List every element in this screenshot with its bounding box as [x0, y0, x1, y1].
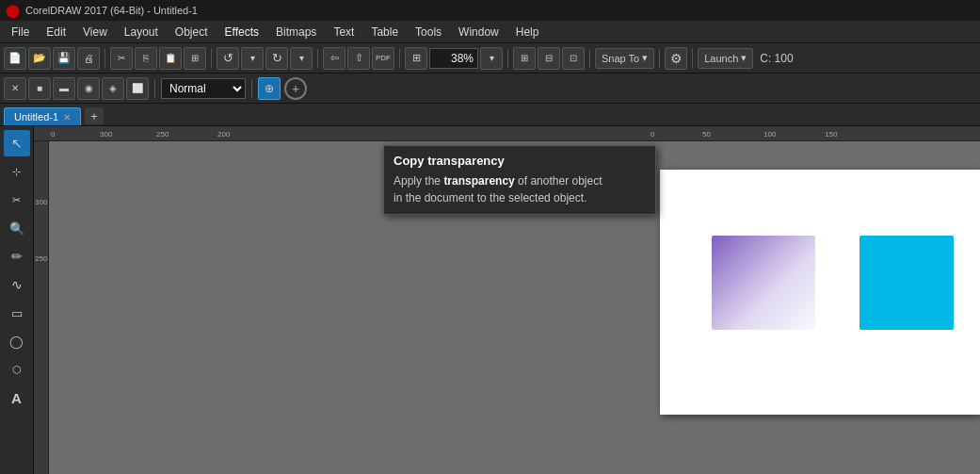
paste-button[interactable]: 📋	[159, 47, 182, 70]
no-trans-button[interactable]: ✕	[4, 77, 26, 100]
canvas-area: 0 300 250 200 0 50 100 150 300 250	[34, 126, 980, 474]
polygon-tool[interactable]: ⬡	[4, 356, 30, 383]
ruler-tick-50: 50	[702, 130, 711, 139]
redo-button[interactable]: ↻	[265, 47, 288, 70]
sep5	[507, 49, 508, 68]
menu-window[interactable]: Window	[451, 24, 506, 41]
tooltip-body: Apply the transparency of another object…	[394, 172, 646, 206]
node-tool[interactable]: ⊹	[4, 158, 30, 185]
ruler-tick-100: 100	[763, 130, 776, 139]
left-tool-panel: ↖ ⊹ ✂ 🔍 ✏ ∿ ▭ ◯ ⬡ A	[0, 126, 34, 474]
ruler-tick-150: 150	[825, 130, 837, 139]
toolbar1: 📄 📂 💾 🖨 ✂ ⎘ 📋 ⊞ ↺ ▾ ↻ ▾ ⇦ ⇧ PDF ⊞ 38% ▾ …	[0, 43, 980, 74]
snap-arrow: ▾	[642, 52, 648, 64]
main-area: ↖ ⊹ ✂ 🔍 ✏ ∿ ▭ ◯ ⬡ A 0 300 250 200 0 50 1…	[0, 126, 980, 474]
import-button[interactable]: ⇦	[323, 47, 345, 70]
menu-help[interactable]: Help	[508, 24, 547, 41]
tooltip-body-bold: transparency	[443, 174, 514, 188]
sep1	[104, 49, 105, 68]
menu-effects[interactable]: Effects	[217, 24, 266, 41]
canvas-content[interactable]: Copy transparency Apply the transparency…	[49, 141, 980, 474]
undo-button[interactable]: ↺	[217, 47, 239, 70]
undo-drop-button[interactable]: ▾	[241, 47, 264, 70]
paste2-button[interactable]: ⊞	[184, 47, 206, 70]
redo-drop-button[interactable]: ▾	[290, 47, 313, 70]
conical-trans-button[interactable]: ◈	[102, 77, 124, 100]
trans-mode-select[interactable]: Normal Multiply Screen Overlay	[161, 78, 246, 99]
menu-object[interactable]: Object	[168, 24, 216, 41]
zoom-tool[interactable]: 🔍	[4, 215, 30, 241]
sep3	[317, 49, 318, 68]
copy-paste-buttons: ✂ ⎘ 📋 ⊞	[110, 47, 206, 70]
uniform-trans-button[interactable]: ■	[28, 77, 51, 100]
menu-edit[interactable]: Edit	[39, 24, 73, 41]
sep4	[399, 49, 400, 68]
zoom-group: ⊞ 38% ▾	[405, 47, 503, 70]
crop-tool[interactable]: ✂	[4, 187, 30, 213]
transform-buttons: ↺ ▾ ↻ ▾	[217, 47, 313, 70]
text-tool[interactable]: A	[4, 384, 30, 411]
add-trans-button[interactable]: +	[284, 77, 307, 100]
rect-trans-button[interactable]: ⬜	[126, 77, 149, 100]
menu-bar: File Edit View Layout Object Effects Bit…	[0, 21, 980, 43]
new-button[interactable]: 📄	[4, 47, 26, 70]
tabs-bar: Untitled-1 ✕ +	[0, 104, 980, 126]
grid-button3[interactable]: ⊡	[562, 47, 585, 70]
launch-label: Launch	[704, 53, 738, 64]
export-button[interactable]: ⇧	[347, 47, 370, 70]
sep2	[211, 49, 212, 68]
trans-type-buttons: ✕ ■ ▬ ◉ ◈ ⬜	[4, 77, 149, 100]
menu-bitmaps[interactable]: Bitmaps	[268, 24, 324, 41]
tooltip-title: Copy transparency	[394, 154, 646, 168]
tooltip: Copy transparency Apply the transparency…	[383, 145, 656, 215]
launch-button[interactable]: Launch ▾	[698, 48, 753, 69]
linear-trans-button[interactable]: ▬	[53, 77, 75, 100]
launch-arrow: ▾	[741, 52, 747, 64]
ruler-tick-r0: 0	[651, 130, 654, 139]
cyan-square	[860, 236, 954, 330]
curve-tool[interactable]: ∿	[4, 271, 30, 298]
tab-close-icon[interactable]: ✕	[63, 112, 71, 123]
canvas-with-ruler: 300 250 Copy transparency Apply the tr	[34, 141, 980, 474]
sep6	[589, 49, 590, 68]
copy-button[interactable]: ⎘	[135, 47, 157, 70]
snap-to-button[interactable]: Snap To ▾	[595, 48, 654, 69]
menu-tools[interactable]: Tools	[408, 24, 449, 41]
sep-t1	[154, 79, 155, 98]
pdf-button[interactable]: PDF	[372, 47, 394, 70]
menu-text[interactable]: Text	[326, 24, 361, 41]
file-buttons: 📄 📂 💾 🖨	[4, 47, 100, 70]
grid-button1[interactable]: ⊞	[513, 47, 536, 70]
rect-tool[interactable]: ▭	[4, 300, 30, 326]
sep8	[692, 49, 693, 68]
tab-untitled1[interactable]: Untitled-1 ✕	[4, 107, 81, 125]
snap-label: Snap To	[602, 53, 639, 64]
menu-table[interactable]: Table	[363, 24, 406, 41]
open-button[interactable]: 📂	[28, 47, 51, 70]
ruler-v-300: 300	[35, 198, 47, 206]
c-value: C: 100	[756, 52, 796, 65]
view-buttons: ⇦ ⇧ PDF	[323, 47, 394, 70]
settings-button[interactable]: ⚙	[665, 47, 687, 70]
menu-view[interactable]: View	[75, 24, 115, 41]
ruler-tick-250: 250	[156, 130, 169, 139]
copy-trans-button[interactable]: ⊕	[258, 77, 281, 100]
ruler-v-250: 250	[35, 254, 47, 263]
menu-file[interactable]: File	[4, 24, 37, 41]
save-button[interactable]: 💾	[53, 47, 75, 70]
tab-add-button[interactable]: +	[85, 107, 104, 124]
zoom-input[interactable]: 38%	[429, 48, 478, 69]
menu-layout[interactable]: Layout	[117, 24, 166, 41]
tab-label: Untitled-1	[14, 111, 58, 123]
ruler-tick-0: 0	[51, 130, 55, 139]
zoom-drop-button[interactable]: ▾	[480, 47, 503, 70]
print-button[interactable]: 🖨	[77, 47, 100, 70]
freehand-tool[interactable]: ✏	[4, 243, 30, 270]
grid-button2[interactable]: ⊟	[538, 47, 560, 70]
radial-trans-button[interactable]: ◉	[77, 77, 100, 100]
ruler-top: 0 300 250 200 0 50 100 150	[34, 126, 980, 141]
ellipse-tool[interactable]: ◯	[4, 328, 30, 354]
cut-button[interactable]: ✂	[110, 47, 133, 70]
select-tool[interactable]: ↖	[4, 130, 30, 156]
zoom-fit-button[interactable]: ⊞	[405, 47, 427, 70]
